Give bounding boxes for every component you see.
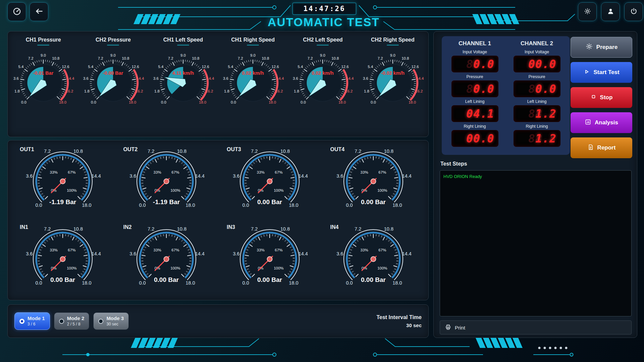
gear-icon <box>584 7 591 16</box>
mode-2-button[interactable]: Mode 22 / 5 / 8 <box>54 312 90 330</box>
channel-2-pressure-display: 88.80.0 <box>514 80 560 97</box>
svg-text:0.0: 0.0 <box>301 100 306 104</box>
channel-1-column: CHANNEL 1Input Voltage88.80.0Pressure88.… <box>451 40 498 152</box>
svg-text:0.0: 0.0 <box>243 280 249 286</box>
svg-text:67%: 67% <box>68 248 76 252</box>
svg-text:14.4: 14.4 <box>346 76 354 80</box>
gauge-ch2-left-speed: CH2 Left Speed0.01.83.65.47.29.010.812.6… <box>288 33 358 135</box>
svg-text:10.8: 10.8 <box>177 226 186 232</box>
gauge-name: IN3 <box>227 224 235 230</box>
gauge-title: CH2 Left Speed <box>303 37 342 46</box>
gauge-dial: 0.01.83.65.47.29.010.812.614.416.218.00.… <box>288 51 357 109</box>
svg-text:9.0: 9.0 <box>250 53 256 57</box>
mode-1-button[interactable]: Mode 13 / 6 <box>14 312 50 330</box>
gauge-out4: OUT40.03.67.210.814.418.00%33%67%100%0.0… <box>322 142 425 220</box>
analysis-button[interactable]: Analysis <box>571 112 632 133</box>
channel-2-input-voltage-display: 88.800.0 <box>514 56 560 72</box>
print-button[interactable]: Print <box>440 320 632 335</box>
led-value: 0.0 <box>473 58 494 71</box>
report-icon <box>587 144 594 152</box>
svg-text:10.8: 10.8 <box>332 56 339 60</box>
report-button[interactable]: Report <box>571 137 632 158</box>
svg-text:18.0: 18.0 <box>185 280 195 286</box>
gauge-name: IN4 <box>330 224 339 230</box>
page-title: AUTOMATIC TEST <box>215 15 433 29</box>
io-gauges-panel: OUT10.03.67.210.814.418.00%33%67%100%-1.… <box>7 140 429 300</box>
gauge-ch1-left-speed: CH1 Left Speed0.01.83.65.47.29.010.812.6… <box>148 33 218 135</box>
svg-text:100%: 100% <box>377 266 387 270</box>
automatic-test-app: 14:47:26 AUTOMATIC TEST CH1 Pressure0.01… <box>0 0 644 362</box>
svg-text:0.00 Bar: 0.00 Bar <box>154 276 179 283</box>
svg-text:3.6: 3.6 <box>336 173 343 179</box>
svg-text:1.8: 1.8 <box>84 89 90 93</box>
stop-label: Stop <box>600 94 613 101</box>
svg-text:18.0: 18.0 <box>392 202 402 208</box>
svg-text:14.4: 14.4 <box>276 76 284 80</box>
start-test-button[interactable]: Start Test <box>571 62 632 83</box>
svg-text:12.6: 12.6 <box>341 65 349 69</box>
gauge-title: CH2 Right Speed <box>371 37 415 46</box>
printer-icon <box>445 324 451 331</box>
svg-text:7.2: 7.2 <box>28 56 34 60</box>
svg-text:5.4: 5.4 <box>298 65 303 69</box>
svg-text:9.0: 9.0 <box>41 53 46 57</box>
svg-text:10.8: 10.8 <box>384 226 393 232</box>
svg-text:18.0: 18.0 <box>129 100 137 104</box>
svg-text:12.6: 12.6 <box>132 65 139 69</box>
stop-icon <box>590 94 597 102</box>
svg-text:5.4: 5.4 <box>88 65 94 69</box>
svg-text:100%: 100% <box>377 188 387 192</box>
svg-text:-1.19 Bar: -1.19 Bar <box>49 198 76 205</box>
svg-text:14.4: 14.4 <box>67 76 74 80</box>
settings-button[interactable] <box>578 2 597 21</box>
svg-text:67%: 67% <box>68 170 76 174</box>
svg-text:5.4: 5.4 <box>368 65 373 69</box>
gauge-dial: 0.03.67.210.814.418.00%33%67%100%-1.19 B… <box>124 144 209 220</box>
svg-text:14.4: 14.4 <box>402 173 411 179</box>
svg-text:67%: 67% <box>378 170 386 174</box>
svg-text:7.2: 7.2 <box>148 148 154 154</box>
svg-text:0.0: 0.0 <box>231 100 236 104</box>
svg-text:10.8: 10.8 <box>401 56 409 60</box>
stop-button[interactable]: Stop <box>571 87 632 108</box>
test-steps-log[interactable]: HVD ORION Ready <box>440 170 632 316</box>
svg-text:7.2: 7.2 <box>98 56 103 60</box>
svg-text:7.2: 7.2 <box>168 56 173 60</box>
back-button[interactable] <box>30 2 48 21</box>
gauge-dial: 0.01.83.65.47.29.010.812.614.416.218.04.… <box>149 51 217 109</box>
svg-text:0.0: 0.0 <box>21 100 26 104</box>
radio-icon <box>98 319 103 324</box>
mode-3-button[interactable]: Mode 330 sec <box>93 312 129 330</box>
gauge-dial: 0.03.67.210.814.418.00%33%67%100%0.00 Ba… <box>331 222 416 298</box>
gauge-title: CH2 Pressure <box>96 37 131 46</box>
power-button[interactable] <box>624 2 643 21</box>
led-value: 00.0 <box>466 132 494 145</box>
svg-text:18.0: 18.0 <box>339 100 346 104</box>
dashboard-button[interactable] <box>7 2 26 21</box>
test-interval-label: Test Interval Time <box>376 314 422 320</box>
channel-readouts-panel: CHANNEL 1Input Voltage88.80.0Pressure88.… <box>442 36 570 155</box>
svg-text:9.0: 9.0 <box>320 53 326 57</box>
mode-buttons: Mode 13 / 6Mode 22 / 5 / 8Mode 330 sec <box>14 312 129 330</box>
svg-text:12.6: 12.6 <box>62 65 69 69</box>
svg-text:18.0: 18.0 <box>82 202 92 208</box>
svg-text:3.6: 3.6 <box>223 76 228 80</box>
svg-text:100%: 100% <box>170 188 180 192</box>
channel-gauges-panel: CH1 Pressure0.01.83.65.47.29.010.812.614… <box>7 31 429 137</box>
print-label: Print <box>455 325 465 330</box>
svg-text:100%: 100% <box>170 266 180 270</box>
prepare-button[interactable]: Prepare <box>571 37 632 58</box>
svg-text:0.00 Bar: 0.00 Bar <box>50 276 75 283</box>
play-icon <box>583 68 590 77</box>
svg-text:3.6: 3.6 <box>233 173 239 179</box>
svg-text:0.0: 0.0 <box>139 202 146 208</box>
svg-text:0.00 Bar: 0.00 Bar <box>361 276 386 283</box>
user-button[interactable] <box>601 2 620 21</box>
svg-text:-0.00 Bar: -0.00 Bar <box>103 70 123 76</box>
gauge-dial: 0.03.67.210.814.418.00%33%67%100%0.00 Ba… <box>227 144 312 220</box>
svg-text:67%: 67% <box>171 248 179 252</box>
svg-text:18.0: 18.0 <box>289 280 299 286</box>
channel-2-right-lining-display: 88.81.2 <box>514 130 560 147</box>
analysis-label: Analysis <box>595 119 618 126</box>
svg-text:3.6: 3.6 <box>129 173 136 179</box>
